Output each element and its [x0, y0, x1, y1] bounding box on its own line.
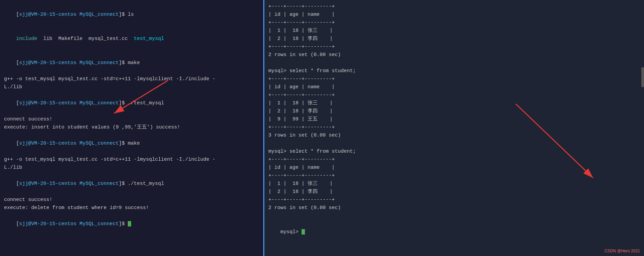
table-data-row: | 2 | 18 | 李四 | — [268, 107, 640, 115]
table-border: +----+-----+---------+ — [268, 75, 640, 83]
mysql-command: mysql> select * from student; — [268, 148, 640, 156]
table-border: +----+-----+---------+ — [268, 91, 640, 99]
table-border: +----+-----+---------+ — [268, 156, 640, 164]
blank-line — [268, 140, 640, 148]
table-data-row: | 2 | 18 | 李四 | — [268, 188, 640, 196]
watermark: CSDN @Hero 2021 — [604, 249, 640, 253]
terminal-line: connect success! — [4, 196, 259, 204]
right-terminal: +----+-----+---------+ | id | age | name… — [263, 0, 644, 256]
table-border: +----+-----+---------+ — [268, 43, 640, 51]
table-data-row: | 1 | 18 | 张三 | — [268, 180, 640, 188]
table-border: +----+-----+---------+ — [268, 19, 640, 27]
table-border: +----+-----+---------+ — [268, 3, 640, 11]
terminal-line: [sjj@VM-20-15-centos MySQL_connect]$ mak… — [4, 132, 259, 156]
table-data-row: | 1 | 18 | 张三 | — [268, 99, 640, 107]
delete-success-line: execute: delete from student where id=9 … — [4, 204, 259, 212]
left-terminal: [sjj@VM-20-15-centos MySQL_connect]$ ls … — [0, 0, 263, 256]
mysql-final-prompt: mysql> — [268, 220, 640, 244]
terminal-line: L./lib — [4, 83, 259, 91]
rows-count: 2 rows in set (0.00 sec) — [268, 51, 640, 59]
terminal-line: L./lib — [4, 164, 259, 172]
terminal-line: [sjj@VM-20-15-centos MySQL_connect]$ mak… — [4, 51, 259, 75]
table-data-row: | 1 | 18 | 张三 | — [268, 27, 640, 35]
terminal-cursor — [128, 221, 131, 226]
blank-line — [268, 59, 640, 67]
insert-success-line: execute: insert into student values (9 ,… — [4, 123, 259, 132]
terminal-line: [sjj@VM-20-15-centos MySQL_connect]$ ./t… — [4, 172, 259, 196]
terminal-line: include lib Makefile mysql_test.cc test_… — [4, 27, 259, 51]
table-data-row-wangwu: | 9 | 99 | 王五 | — [268, 115, 640, 123]
terminal-line: g++ -o test_mysql mysql_test.cc -std=c++… — [4, 75, 259, 83]
mysql-cursor — [302, 229, 305, 235]
blank-line — [268, 212, 640, 220]
terminal-prompt-line: [sjj@VM-20-15-centos MySQL_connect]$ — [4, 212, 259, 236]
terminal-line: connect success! — [4, 115, 259, 123]
terminal-line: g++ -o test_mysql mysql_test.cc -std=c++… — [4, 156, 259, 164]
table-header-row: | id | age | name | — [268, 164, 640, 172]
scrollbar[interactable] — [641, 67, 644, 87]
table-data-row: | 2 | 18 | 李四 | — [268, 35, 640, 43]
table-border: +----+-----+---------+ — [268, 172, 640, 180]
rows-count: 2 rows in set (0.00 sec) — [268, 204, 640, 212]
table-border: +----+-----+---------+ — [268, 123, 640, 132]
terminal-line: [sjj@VM-20-15-centos MySQL_connect]$ ls — [4, 3, 259, 27]
terminal-line: [sjj@VM-20-15-centos MySQL_connect]$ ./t… — [4, 91, 259, 115]
table-border: +----+-----+---------+ — [268, 196, 640, 204]
mysql-command: mysql> select * from student; — [268, 67, 640, 75]
table-header-row: | id | age | name | — [268, 11, 640, 19]
table-header-row: | id | age | name | — [268, 83, 640, 91]
rows-count: 3 rows in set (0.00 sec) — [268, 132, 640, 140]
